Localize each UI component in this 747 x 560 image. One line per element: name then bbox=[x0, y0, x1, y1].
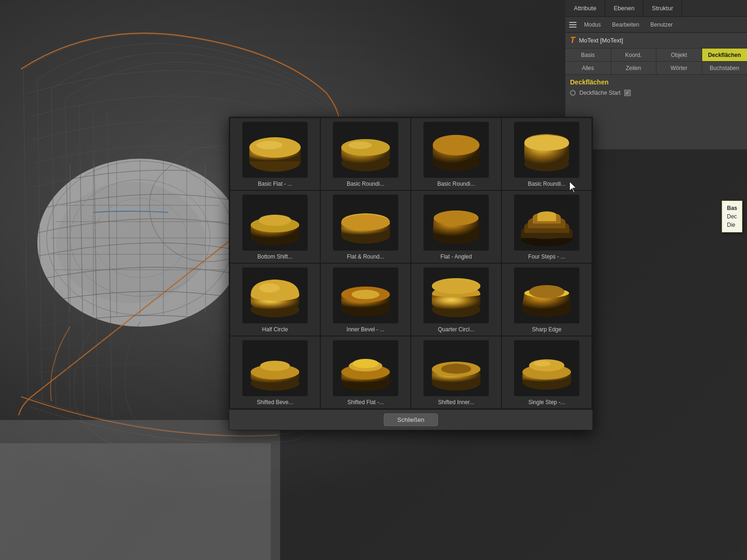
preset-thumb-shift bbox=[242, 195, 308, 251]
svg-rect-19 bbox=[0, 443, 271, 560]
preset-label-4: Bottom Shift... bbox=[257, 253, 292, 260]
svg-point-59 bbox=[529, 285, 564, 298]
svg-point-37 bbox=[434, 210, 479, 225]
svg-point-2 bbox=[56, 182, 205, 303]
panel-tabs-top: Attribute Ebenen Struktur bbox=[565, 0, 747, 17]
deckflache-start-label: Deckfläche Start bbox=[579, 90, 620, 96]
preset-label-12: Shifted Beve... bbox=[257, 399, 293, 406]
preset-item-flatround[interactable]: Flat & Round... bbox=[321, 191, 410, 263]
tab-buchstaben[interactable]: Buchstaben bbox=[702, 62, 747, 74]
motext-header: T MoText [MoText] bbox=[565, 33, 747, 49]
preset-label-10: Quarter Circl... bbox=[438, 326, 474, 333]
modus-button[interactable]: Modus bbox=[580, 21, 605, 29]
svg-point-75 bbox=[534, 361, 550, 366]
preset-item-halfcircle[interactable]: Half Circle bbox=[230, 264, 320, 336]
preset-thumb-singlestep bbox=[514, 340, 579, 396]
preset-item-round[interactable]: Basic Roundi... bbox=[321, 118, 410, 190]
preset-thumb-round bbox=[333, 122, 398, 178]
preset-thumb-angled bbox=[423, 195, 489, 251]
hamburger-menu-icon[interactable] bbox=[569, 22, 577, 28]
preset-item-shiftedbevel[interactable]: Shifted Beve... bbox=[230, 336, 320, 408]
section-title: Deckflächen bbox=[570, 78, 742, 86]
preset-item-angled[interactable]: Flat - Angled bbox=[411, 191, 501, 263]
tab-koord[interactable]: Koord. bbox=[611, 49, 657, 61]
tab-objekt[interactable]: Objekt bbox=[656, 49, 702, 61]
panel-toolbar: Modus Bearbeiten Benutzer bbox=[565, 17, 747, 33]
preset-grid: Basic Flat - ...Basic Roundi...Basic Rou… bbox=[229, 117, 592, 409]
preset-label-3: Basic Roundi... bbox=[528, 181, 566, 187]
preset-label-13: Shifted Flat -... bbox=[347, 399, 384, 406]
svg-point-67 bbox=[352, 359, 379, 368]
tooltip-line2: Die bbox=[727, 222, 735, 228]
preset-label-6: Flat - Angled bbox=[440, 253, 472, 260]
svg-point-26 bbox=[348, 141, 372, 149]
bearbeiten-button[interactable]: Bearbeiten bbox=[608, 21, 643, 29]
preset-label-11: Sharp Edge bbox=[532, 326, 561, 333]
preset-item-round2[interactable]: Basic Roundi... bbox=[411, 118, 501, 190]
svg-point-35 bbox=[341, 215, 390, 231]
tab-ebenen[interactable]: Ebenen bbox=[605, 0, 643, 16]
tab-struktur[interactable]: Struktur bbox=[643, 0, 682, 16]
preset-thumb-halfcircle bbox=[242, 267, 308, 323]
panel-tabs-row1: Basis Koord. Objekt Deckflächen bbox=[565, 49, 747, 62]
close-button[interactable]: Schließen bbox=[384, 413, 438, 426]
svg-point-50 bbox=[259, 283, 280, 293]
preset-popup: Basic Flat - ...Basic Roundi...Basic Rou… bbox=[229, 117, 593, 430]
preset-thumb-shiftedflat bbox=[333, 340, 398, 396]
popup-footer: Schließen bbox=[229, 409, 592, 430]
motext-icon: T bbox=[570, 35, 575, 45]
preset-item-quartercircle[interactable]: Quarter Circl... bbox=[411, 264, 501, 336]
tab-deckflachen[interactable]: Deckflächen bbox=[702, 49, 747, 61]
deckflache-start-row: Deckfläche Start ✓ bbox=[570, 89, 742, 97]
preset-thumb-innerbevel bbox=[333, 267, 398, 323]
deckflachen-section: Deckflächen Deckfläche Start ✓ bbox=[565, 75, 747, 99]
preset-thumb-shiftedbevel bbox=[242, 340, 308, 396]
preset-label-0: Basic Flat - ... bbox=[258, 181, 292, 187]
preset-thumb-round2 bbox=[423, 122, 489, 178]
preset-item-shift[interactable]: Bottom Shift... bbox=[230, 191, 320, 263]
preset-item-innerbevel[interactable]: Inner Bevel - ... bbox=[321, 264, 410, 336]
preset-item-foursteps[interactable]: Four Steps - ... bbox=[502, 191, 592, 263]
preset-item-flat[interactable]: Basic Flat - ... bbox=[230, 118, 320, 190]
preset-item-shiftedinner[interactable]: Shifted Inner... bbox=[411, 336, 501, 408]
svg-point-54 bbox=[352, 290, 380, 299]
preset-item-shiftedflat[interactable]: Shifted Flat -... bbox=[321, 336, 410, 408]
panel-tabs-row2: Alles Zeilen Wörter Buchstaben bbox=[565, 62, 747, 75]
preset-thumb-flatround bbox=[333, 195, 398, 251]
svg-point-32 bbox=[259, 215, 291, 226]
preset-label-15: Single Step -... bbox=[529, 399, 565, 406]
svg-point-62 bbox=[260, 361, 290, 371]
benutzer-button[interactable]: Benutzer bbox=[647, 21, 677, 29]
svg-point-23 bbox=[256, 141, 282, 149]
tab-woerter[interactable]: Wörter bbox=[656, 62, 702, 74]
preset-label-9: Inner Bevel - ... bbox=[346, 326, 384, 333]
svg-point-28 bbox=[433, 135, 479, 155]
tab-zeilen[interactable]: Zeilen bbox=[611, 62, 657, 74]
deckflache-checkbox[interactable]: ✓ bbox=[624, 90, 631, 96]
tooltip: Bas Dec Die bbox=[722, 201, 742, 232]
preset-item-round3[interactable]: Basic Roundi... bbox=[502, 118, 592, 190]
preset-label-2: Basic Roundi... bbox=[437, 181, 475, 187]
preset-label-1: Basic Roundi... bbox=[347, 181, 385, 187]
preset-item-singlestep[interactable]: Single Step -... bbox=[502, 336, 592, 408]
preset-thumb-sharpedge bbox=[514, 267, 579, 323]
preset-label-7: Four Steps - ... bbox=[528, 253, 565, 260]
preset-item-sharpedge[interactable]: Sharp Edge bbox=[502, 264, 592, 336]
preset-thumb-round3 bbox=[514, 122, 579, 178]
preset-thumb-foursteps bbox=[514, 195, 579, 251]
tooltip-title: Bas bbox=[727, 205, 737, 211]
tab-attribute[interactable]: Attribute bbox=[565, 0, 605, 16]
svg-point-56 bbox=[432, 278, 480, 294]
preset-thumb-flat bbox=[242, 122, 308, 178]
preset-label-8: Half Circle bbox=[262, 326, 288, 333]
radio-deckflache[interactable] bbox=[570, 90, 576, 96]
preset-label-14: Shifted Inner... bbox=[438, 399, 474, 406]
preset-label-5: Flat & Round... bbox=[347, 253, 384, 260]
tooltip-line1: Dec bbox=[727, 213, 737, 220]
preset-thumb-shiftedinner bbox=[423, 340, 489, 396]
svg-point-48 bbox=[537, 211, 556, 218]
tab-alles[interactable]: Alles bbox=[565, 62, 611, 74]
preset-thumb-quartercircle bbox=[423, 267, 489, 323]
motext-title: MoText [MoText] bbox=[579, 37, 623, 44]
tab-basis[interactable]: Basis bbox=[565, 49, 611, 61]
